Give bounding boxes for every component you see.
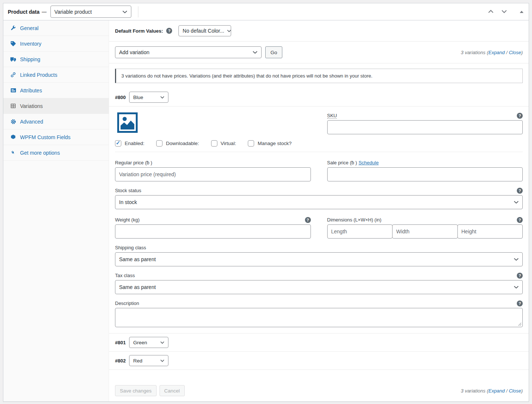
page-title: Product data — [8, 9, 40, 15]
variations-footer-toolbar: Save changes Cancel 3 variations (Expand… — [109, 381, 529, 401]
weight-dimensions-row: Weight (kg) Dimensions (L×W×H) (in) — [115, 217, 523, 239]
sale-price-label: Sale price (ƀ ) — [327, 160, 357, 165]
downloadable-checkbox[interactable] — [156, 140, 162, 147]
chevron-down-icon — [227, 30, 231, 32]
tab-shipping[interactable]: Shipping — [3, 52, 109, 67]
triangle-up-icon — [520, 11, 523, 13]
variation-attribute-select[interactable]: Blue — [129, 92, 168, 103]
move-down-button[interactable] — [500, 8, 508, 15]
close-link[interactable]: Close — [509, 388, 521, 394]
product-data-tabs: General Inventory Shipping Linked Produc… — [3, 20, 109, 401]
shipping-class-value: Same as parent — [119, 256, 156, 262]
description-label: Description — [115, 300, 139, 306]
summary-text: / — [505, 388, 509, 394]
grid-icon — [10, 103, 16, 109]
title-separator: — — [42, 9, 47, 14]
tab-label: Shipping — [20, 56, 40, 62]
collapse-panel-button[interactable] — [519, 10, 524, 14]
tag-icon — [10, 40, 16, 47]
variation-row-800: #800 Blue — [109, 88, 529, 106]
length-input[interactable] — [327, 224, 393, 239]
chevron-down-icon — [514, 201, 519, 204]
width-input[interactable] — [392, 224, 458, 239]
cancel-button[interactable]: Cancel — [160, 385, 185, 396]
help-icon[interactable] — [517, 217, 523, 223]
regular-price-label: Regular price (ƀ ) — [115, 160, 152, 165]
weight-input[interactable] — [115, 224, 311, 239]
sale-price-input[interactable] — [327, 167, 523, 181]
close-link[interactable]: Close — [509, 50, 521, 55]
chevron-down-icon — [122, 10, 127, 13]
variation-attribute-value: Blue — [133, 95, 143, 100]
height-input[interactable] — [457, 224, 523, 239]
virtual-checkbox[interactable] — [211, 140, 217, 147]
stock-status-label: Stock status — [115, 188, 141, 193]
manage-stock-checkbox[interactable] — [248, 140, 254, 147]
variation-action-select[interactable]: Add variation — [115, 46, 262, 58]
enabled-checkbox[interactable] — [115, 140, 121, 147]
tab-label: General — [20, 25, 39, 31]
metabox-controls — [487, 8, 524, 15]
dimensions-field: Dimensions (L×W×H) (in) — [327, 217, 523, 239]
stock-status-field: Stock status In stock — [115, 187, 523, 209]
variation-image-placeholder[interactable] — [117, 112, 311, 134]
variations-summary: 3 variations (Expand / Close) — [461, 50, 523, 55]
tab-get-more-options[interactable]: Get more options — [3, 145, 109, 161]
save-changes-button[interactable]: Save changes — [115, 385, 157, 396]
tax-class-select[interactable]: Same as parent — [115, 280, 523, 294]
help-icon[interactable] — [517, 300, 523, 306]
schedule-link[interactable]: Schedule — [358, 160, 378, 165]
summary-text: ) — [521, 388, 523, 394]
regular-price-input[interactable] — [115, 167, 311, 181]
variations-toolbar: Add variation Go 3 variations (Expand / … — [109, 42, 529, 63]
expand-link[interactable]: Expand — [488, 388, 505, 394]
shipping-class-select[interactable]: Same as parent — [115, 252, 523, 266]
chevron-down-icon — [253, 51, 257, 54]
variation-attribute-value: Red — [133, 358, 142, 364]
tab-advanced[interactable]: Advanced — [3, 114, 109, 129]
default-color-value: No default Color... — [183, 28, 224, 34]
variation-id: #802 — [115, 358, 126, 364]
tab-inventory[interactable]: Inventory — [3, 36, 109, 52]
sku-input[interactable] — [327, 120, 523, 134]
tab-wpfm-custom-fields[interactable]: WPFM Custom Fields — [3, 129, 109, 145]
chevron-down-icon — [514, 286, 519, 289]
image-placeholder-icon — [117, 112, 138, 133]
product-type-select[interactable]: Variable product — [50, 6, 131, 18]
description-field: Description — [115, 300, 523, 327]
tab-general[interactable]: General — [3, 20, 109, 36]
go-button[interactable]: Go — [265, 46, 282, 58]
truck-icon — [10, 56, 16, 62]
variation-attribute-select[interactable]: Red — [129, 355, 168, 366]
virtual-checkbox-field: Virtual: — [211, 140, 236, 147]
link-icon — [10, 72, 16, 78]
sku-field: SKU — [327, 112, 523, 134]
description-textarea[interactable] — [115, 308, 523, 327]
stock-status-select[interactable]: In stock — [115, 195, 523, 209]
summary-text: ) — [521, 50, 523, 55]
regular-price-field: Regular price (ƀ ) — [115, 160, 311, 181]
notice-text: 3 variations do not have prices. Variati… — [121, 73, 372, 79]
move-up-button[interactable] — [487, 8, 495, 15]
wrench-icon — [10, 25, 16, 31]
help-icon[interactable] — [305, 217, 311, 223]
no-prices-notice: 3 variations do not have prices. Variati… — [115, 69, 523, 83]
variation-id: #800 — [115, 95, 126, 100]
default-color-select[interactable]: No default Color... — [178, 25, 231, 36]
summary-text: 3 variations ( — [461, 388, 488, 394]
tab-variations[interactable]: Variations — [3, 98, 109, 114]
expand-link[interactable]: Expand — [488, 50, 505, 55]
image-sku-row: SKU — [115, 112, 523, 134]
downloadable-checkbox-field: Downloadable: — [156, 140, 199, 147]
default-form-values-row: Default Form Values: No default Color... — [109, 20, 529, 42]
downloadable-label: Downloadable: — [166, 141, 199, 146]
tab-linked-products[interactable]: Linked Products — [3, 67, 109, 83]
tax-class-value: Same as parent — [119, 284, 156, 290]
help-icon[interactable] — [517, 273, 523, 279]
help-icon[interactable] — [166, 28, 172, 34]
help-icon[interactable] — [517, 188, 523, 194]
variation-attribute-select[interactable]: Green — [129, 337, 168, 348]
help-icon[interactable] — [517, 113, 523, 119]
tab-attributes[interactable]: Attributes — [3, 83, 109, 98]
product-data-metabox: Product data — Variable product — [3, 3, 529, 402]
